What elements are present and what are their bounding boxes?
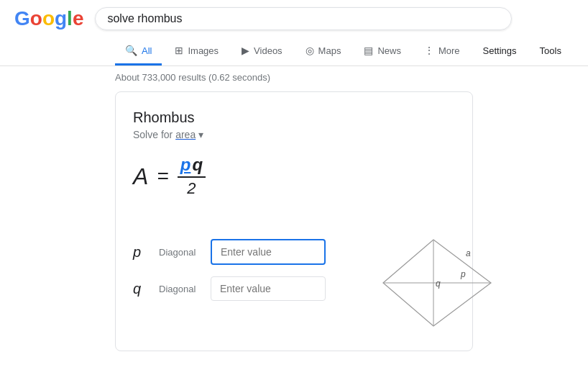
results-count: About 733,000 results (0.62 seconds) <box>115 72 270 83</box>
header: Google solve rhombus <box>0 0 588 37</box>
diagonal-p-label: Diagonal <box>159 247 202 258</box>
solve-for-link[interactable]: area <box>175 129 196 140</box>
solve-for: Solve for area ▾ <box>133 129 455 140</box>
settings-link[interactable]: Settings <box>473 38 527 65</box>
more-icon: ⋮ <box>424 45 434 56</box>
images-icon: ⊞ <box>175 45 183 56</box>
formula-A: A <box>133 163 148 190</box>
nav-tabs: 🔍 All ⊞ Images ▶ Videos ◎ Maps ▤ News ⋮ … <box>0 37 588 66</box>
search-input[interactable]: solve rhombus <box>107 12 485 25</box>
label-q: q <box>436 279 441 289</box>
search-bar: solve rhombus <box>95 7 512 30</box>
maps-icon: ◎ <box>306 45 314 56</box>
formula-numerator: p q <box>178 155 206 178</box>
tab-news[interactable]: ▤ News <box>354 37 411 65</box>
results-info: About 733,000 results (0.62 seconds) <box>0 66 588 91</box>
input-row-q: q Diagonal <box>133 276 326 301</box>
logo-text: Google <box>14 7 83 30</box>
label-a: a <box>466 248 471 258</box>
tab-images[interactable]: ⊞ Images <box>165 37 229 65</box>
news-icon: ▤ <box>364 45 373 56</box>
diagonal-q-input[interactable] <box>211 276 326 301</box>
diagonal-q-label: Diagonal <box>159 284 202 294</box>
main-content: Rhombus Solve for area ▾ A = p q 2 p <box>0 91 588 351</box>
google-logo[interactable]: Google <box>14 7 83 30</box>
formula-denominator: 2 <box>187 178 196 198</box>
rhombus-card: Rhombus Solve for area ▾ A = p q 2 p <box>115 91 473 351</box>
inputs-section: p Diagonal q Diagonal <box>133 239 326 312</box>
formula-fraction: p q 2 <box>178 155 206 198</box>
all-icon: 🔍 <box>125 45 137 56</box>
search-icons <box>492 13 500 24</box>
formula: A = p q 2 <box>133 155 455 198</box>
var-q-label: q <box>133 281 150 297</box>
tab-all[interactable]: 🔍 All <box>115 37 162 65</box>
tab-more[interactable]: ⋮ More <box>414 37 470 65</box>
videos-icon: ▶ <box>242 45 249 56</box>
tools-link[interactable]: Tools <box>530 38 571 65</box>
nav-right: Settings Tools <box>473 38 571 65</box>
tab-maps[interactable]: ◎ Maps <box>295 37 352 65</box>
var-p-label: p <box>133 244 150 261</box>
formula-eq: = <box>157 165 168 188</box>
card-title: Rhombus <box>133 109 455 126</box>
inputs-diagram: p Diagonal q Diagonal <box>133 218 455 333</box>
rhombus-diagram: a p q <box>340 218 513 333</box>
dropdown-arrow[interactable]: ▾ <box>198 129 203 140</box>
tab-videos[interactable]: ▶ Videos <box>231 37 293 65</box>
label-p: p <box>460 269 466 279</box>
rhombus-svg: a p q <box>340 218 513 333</box>
diagonal-p-input[interactable] <box>211 239 326 265</box>
input-row-p: p Diagonal <box>133 239 326 265</box>
